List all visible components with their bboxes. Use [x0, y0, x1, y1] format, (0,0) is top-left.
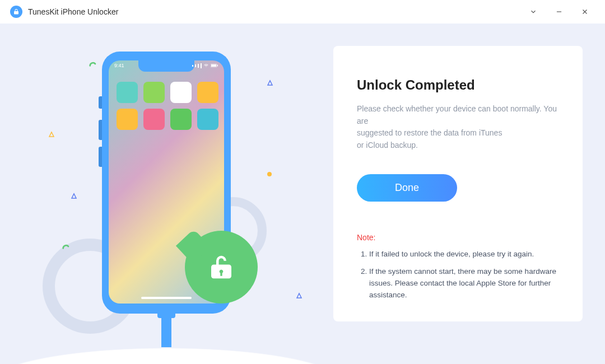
result-heading: Unlock Completed [357, 77, 559, 93]
app-tile [117, 109, 138, 130]
note-label: Note: [357, 233, 559, 242]
confetti-icon [89, 60, 95, 67]
result-panel: Unlock Completed Please check whether yo… [333, 46, 583, 321]
minimize-button[interactable] [549, 2, 569, 22]
app-grid [117, 82, 218, 130]
confetti-icon [296, 291, 302, 298]
title-bar: TunesKit iPhone Unlocker [0, 0, 605, 24]
svg-rect-4 [217, 65, 218, 67]
svg-point-1 [267, 172, 272, 176]
dropdown-button[interactable] [523, 2, 543, 22]
signal-battery-icon [192, 63, 218, 68]
app-tile [117, 82, 138, 103]
confetti-icon [48, 130, 55, 137]
app-tile [197, 82, 218, 103]
confetti-icon [267, 78, 273, 85]
confetti-icon [71, 192, 77, 198]
confetti-icon [267, 169, 273, 176]
app-tile [170, 82, 192, 103]
home-indicator [141, 297, 192, 299]
app-window: TunesKit iPhone Unlocker 9:41 [0, 0, 605, 364]
app-tile [143, 109, 165, 130]
app-tile [143, 82, 165, 103]
svg-rect-3 [211, 64, 216, 67]
app-tile [197, 109, 218, 130]
brand-lock-icon [10, 6, 22, 18]
confetti-icon [62, 243, 68, 250]
wave-decoration [0, 314, 333, 364]
note-item: If the system cannot start, there may be… [369, 266, 559, 301]
app-title: TunesKit iPhone Unlocker [28, 7, 118, 16]
close-button[interactable] [575, 2, 595, 22]
done-button[interactable]: Done [357, 174, 457, 202]
result-description: Please check whether your device can boo… [357, 103, 559, 152]
note-list: If it failed to unlock the device, pleas… [357, 249, 559, 301]
unlock-success-badge-icon [185, 231, 258, 304]
phone-time: 9:41 [114, 63, 124, 68]
note-item: If it failed to unlock the device, pleas… [369, 249, 559, 260]
app-tile [170, 109, 192, 130]
illustration-area: 9:41 Tuneskit [0, 24, 333, 364]
